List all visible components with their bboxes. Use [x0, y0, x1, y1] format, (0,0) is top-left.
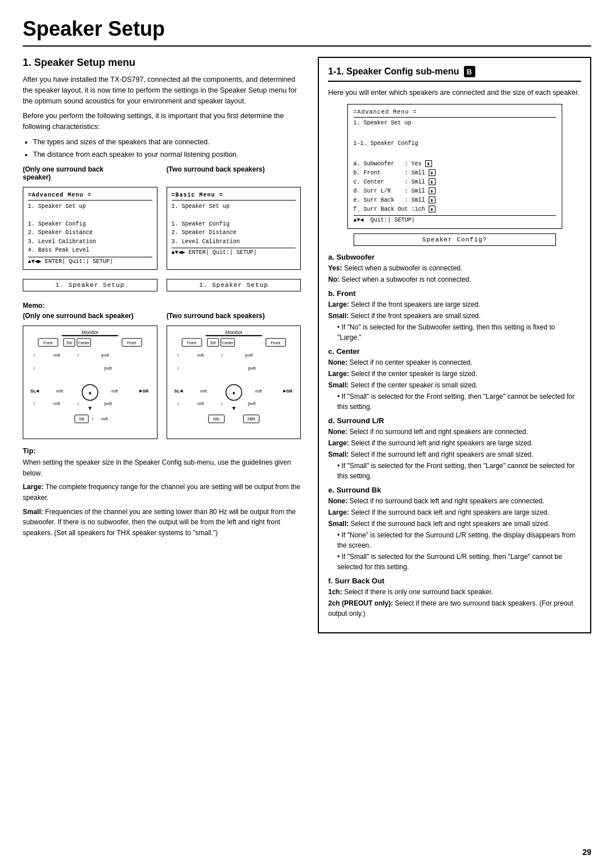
svg-text:Front: Front [43, 341, 52, 345]
section-title-left: 1. Speaker Setup menu [23, 57, 301, 69]
svg-text:SBR: SBR [247, 418, 255, 422]
sub-item-b: b. Front Large: Select if the front spea… [328, 289, 581, 343]
right-intro: Here you will enter which speakers are c… [328, 87, 581, 98]
sub-item-a: a. Subwoofer Yes: Select when a subwoofe… [328, 253, 581, 285]
bullet-list: The types and sizes of the speakers that… [33, 137, 301, 160]
sub-item-e: e. Surround Bk None: Select if no surrou… [328, 486, 581, 572]
menu-header-left: =Advanced Menu = [28, 191, 152, 201]
svg-text:Monitor: Monitor [81, 329, 98, 335]
svg-text:◄: ◄ [179, 388, 184, 394]
svg-text:Center: Center [78, 341, 90, 345]
svg-text:l: l [34, 366, 35, 370]
menu-screen-right: =Basic Menu = 1. Speaker Set up 1. Speak… [167, 187, 301, 270]
intro-text-2: Before you perform the following setting… [23, 111, 301, 132]
diagram-canvas-right: Monitor Front SW Center Front [167, 326, 301, 439]
svg-text:SB: SB [79, 418, 85, 422]
tip-section: Tip: When setting the speaker size in th… [23, 447, 301, 538]
svg-text:l: l [92, 418, 93, 422]
svg-text:Front: Front [127, 341, 136, 345]
svg-text:m/ft: m/ft [197, 402, 204, 406]
svg-text:SW: SW [67, 341, 73, 345]
memo-label: Memo: [23, 302, 301, 310]
menu-label-left: (Only one surround backspeaker) [23, 165, 157, 181]
badge-b: B [464, 66, 475, 77]
svg-text:▼: ▼ [87, 406, 93, 412]
svg-text:l: l [34, 354, 35, 358]
section-title-right: 1-1. Speaker Config sub-menu [328, 66, 459, 77]
svg-text:l: l [177, 402, 179, 406]
page-number: 29 [582, 848, 591, 857]
svg-text:]m/ft: ]m/ft [101, 354, 109, 358]
svg-text:m/ft: m/ft [101, 418, 108, 422]
svg-text:]m/ft: ]m/ft [104, 402, 112, 406]
svg-text:m/ft: m/ft [53, 402, 60, 406]
svg-text:l: l [177, 354, 179, 358]
svg-text:♦: ♦ [89, 390, 92, 396]
menus-row: =Advanced Menu = 1. Speaker Set up 1. Sp… [23, 187, 301, 270]
svg-text:m/ft: m/ft [56, 389, 63, 393]
bullet-item: The distance from each speaker to your n… [33, 149, 301, 160]
svg-text:m/ft: m/ft [200, 389, 207, 393]
sub-item-c: c. Center None: Select if no center spea… [328, 347, 581, 412]
svg-text:SR: SR [142, 389, 148, 394]
bullet-item: The types and sizes of the speakers that… [33, 137, 301, 148]
svg-rect-1 [62, 335, 118, 336]
svg-text:m/ft: m/ft [111, 389, 118, 393]
svg-text:l: l [177, 366, 179, 370]
sub-item-f: f. Surr Back Out 1ch: Select if there is… [328, 577, 581, 619]
diagram-canvas-left: Monitor Front SW Center Front [23, 326, 157, 439]
right-display-screen: Speaker Config? [354, 233, 556, 246]
svg-text:]m/ft: ]m/ft [245, 354, 253, 358]
svg-text:Monitor: Monitor [225, 329, 242, 335]
svg-text:m/ft: m/ft [53, 354, 60, 358]
menu-screen-left: =Advanced Menu = 1. Speaker Set up 1. Sp… [23, 187, 157, 270]
svg-text:]m/ft: ]m/ft [248, 366, 256, 371]
svg-text:m/ft: m/ft [255, 389, 262, 393]
svg-text:♦: ♦ [232, 390, 235, 396]
svg-text:l: l [221, 402, 222, 406]
right-column: 1-1. Speaker Config sub-menu B Here you … [318, 57, 591, 633]
svg-text:▼: ▼ [231, 406, 237, 412]
menu-footer-left: ▲▼◀▶ ENTER| Quit:| SETUP| [28, 257, 152, 266]
sub-item-d: d. Surround L/R None: Select if no surro… [328, 416, 581, 481]
svg-text:]m/ft: ]m/ft [248, 402, 256, 406]
screen-wrap-left: 1. Speaker Setup [23, 276, 157, 291]
diagram-svg-left: Monitor Front SW Center Front [23, 326, 157, 439]
right-menu-screen: =Advanced Menu = 1. Speaker Set up 1-1. … [347, 104, 562, 229]
menu-label-right: (Two surround back speakers) [167, 165, 301, 173]
tip-label: Tip: [23, 447, 301, 455]
svg-text:SBL: SBL [213, 418, 220, 422]
display-screen-right: 1. Speaker Setup [167, 279, 301, 291]
menu-footer-right: ▲▼◀▶ ENTER| Quit:| SETUP| [172, 248, 296, 257]
svg-rect-34 [205, 335, 262, 336]
svg-text:]m/ft: ]m/ft [104, 366, 112, 371]
memo-section: Memo: (Only one surround back speaker) (… [23, 302, 301, 439]
svg-text:Center: Center [222, 341, 233, 345]
svg-text:◄: ◄ [35, 388, 40, 394]
svg-text:m/ft: m/ft [197, 354, 204, 358]
memo-sub-right: (Two surround back speakers) [167, 312, 301, 320]
tip-large: Large: The complete frequency range for … [23, 482, 301, 503]
svg-text:l: l [78, 354, 79, 358]
svg-text:SW: SW [210, 341, 216, 345]
menu-header-right: =Basic Menu = [172, 191, 296, 201]
page-title: Speaker Setup [23, 17, 591, 47]
svg-text:Front: Front [187, 341, 196, 345]
diagram-svg-right: Monitor Front SW Center Front [167, 326, 301, 439]
diagram-left: Monitor Front SW Center Front [23, 326, 157, 439]
svg-text:Front: Front [271, 341, 280, 345]
intro-text-1: After you have installed the TX-DS797, c… [23, 74, 301, 106]
screens-row: 1. Speaker Setup 1. Speaker Setup [23, 276, 301, 291]
memo-sub-left: (Only one surround back speaker) [23, 312, 157, 320]
sub-items-container: a. Subwoofer Yes: Select when a subwoofe… [328, 253, 581, 619]
tip-text: When setting the speaker size in the Spe… [23, 457, 301, 478]
left-column: 1. Speaker Setup menu After you have ins… [23, 57, 301, 541]
svg-text:SR: SR [286, 389, 292, 394]
tip-small: Small: Frequencies of the channel you ar… [23, 507, 301, 539]
svg-text:l: l [78, 402, 79, 406]
diagram-right: Monitor Front SW Center Front [167, 326, 301, 439]
display-screen-left: 1. Speaker Setup [23, 279, 157, 291]
diagram-row: Monitor Front SW Center Front [23, 326, 301, 439]
svg-text:l: l [221, 354, 222, 358]
section-title-box: 1-1. Speaker Config sub-menu B [328, 66, 581, 82]
